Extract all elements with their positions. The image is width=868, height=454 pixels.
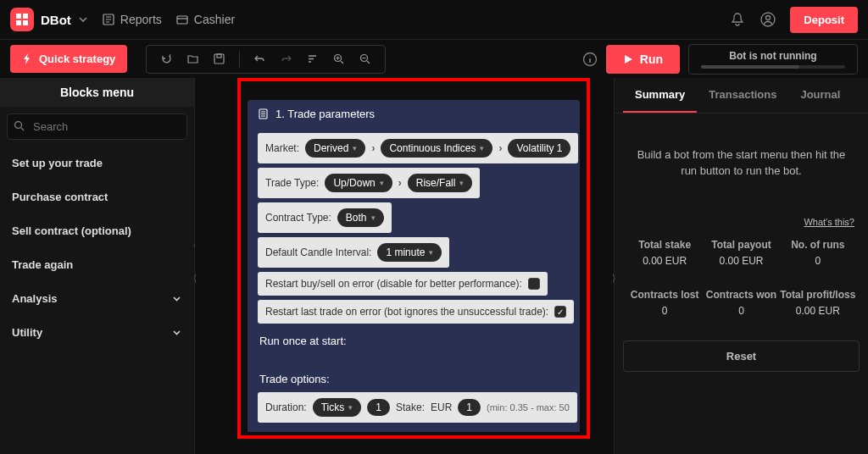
zoom-in-icon[interactable]: [327, 53, 350, 65]
clipboard-icon: [258, 108, 269, 119]
chevron-down-icon: ▾: [380, 179, 384, 187]
run-button[interactable]: Run: [606, 45, 680, 74]
svg-rect-2: [16, 20, 21, 25]
contract-type-select[interactable]: Both▾: [337, 208, 384, 227]
svg-point-13: [15, 122, 22, 129]
quick-strategy-button[interactable]: Quick strategy: [10, 45, 127, 73]
chevron-down-icon: [171, 327, 182, 338]
summary-hint: Build a bot from the start menu then hit…: [615, 114, 868, 213]
nav-label: Reports: [120, 13, 162, 26]
checkbox-checked[interactable]: ✓: [554, 306, 566, 318]
market-select[interactable]: Derived▾: [305, 139, 365, 158]
canvas-nav-right[interactable]: ⟩: [612, 273, 615, 284]
chevron-down-icon: ▾: [480, 144, 484, 152]
stake-hint: (min: 0.35 - max: 50: [487, 402, 570, 412]
submarket-select[interactable]: Continuous Indices▾: [381, 139, 492, 158]
deposit-button[interactable]: Deposit: [790, 7, 858, 33]
trade-category-select[interactable]: Up/Down▾: [325, 174, 392, 192]
canvas-nav-left[interactable]: ⟨: [193, 273, 197, 284]
field-label: Trade Type:: [265, 177, 319, 189]
block-trade-parameters[interactable]: 1. Trade parameters Market: Derived▾ › C…: [248, 100, 580, 432]
sidebar-item-label: Purchase contract: [12, 191, 108, 203]
tab-transactions[interactable]: Transactions: [697, 78, 788, 113]
nav-cashier[interactable]: Cashier: [175, 13, 235, 26]
reset-icon[interactable]: [155, 53, 178, 65]
sidebar-item-setup-trade[interactable]: Set up your trade: [0, 147, 194, 180]
whats-this-link[interactable]: What's this?: [626, 213, 856, 230]
info-icon[interactable]: [582, 52, 598, 67]
stat-label: Contracts lost: [626, 289, 703, 301]
block-canvas[interactable]: ⟨ ⟩ 1. Trade parameters Market: Derived▾…: [195, 78, 614, 454]
block-header[interactable]: 1. Trade parameters: [248, 100, 580, 128]
separator: ›: [398, 177, 402, 189]
restart-buysell-row[interactable]: Restart buy/sell on error (disable for b…: [258, 272, 548, 296]
nav-reports[interactable]: Reports: [102, 13, 162, 26]
folder-open-icon[interactable]: [181, 53, 204, 65]
symbol-select[interactable]: Volatility 1: [508, 139, 570, 158]
nav-label: Cashier: [194, 13, 235, 26]
sidebar-item-purchase[interactable]: Purchase contract: [0, 180, 194, 214]
lightning-icon: [22, 53, 33, 64]
chevron-down-icon: [78, 14, 88, 25]
sidebar-item-label: Analysis: [12, 292, 57, 305]
svg-rect-3: [23, 20, 28, 25]
chevron-down-icon: ▾: [429, 248, 433, 257]
sidebar-item-label: Sell contract (optional): [12, 224, 131, 237]
account-icon[interactable]: [760, 11, 776, 28]
button-label: Quick strategy: [39, 53, 115, 65]
duration-stake-row[interactable]: Duration: Ticks▾ 1 Stake: EUR 1 (min: 0.…: [258, 392, 577, 423]
sort-icon[interactable]: [301, 53, 324, 65]
duration-unit-select[interactable]: Ticks▾: [313, 398, 362, 417]
field-label: Contract Type:: [265, 212, 331, 224]
sidebar-item-label: Utility: [12, 326, 42, 339]
button-label: Run: [640, 53, 663, 66]
save-icon[interactable]: [208, 53, 231, 65]
undo-icon[interactable]: [248, 53, 271, 65]
duration-value[interactable]: 1: [367, 399, 390, 416]
candle-select[interactable]: 1 minute▾: [377, 243, 442, 262]
brand-switcher[interactable]: DBot: [10, 8, 88, 31]
stat-value: 0.00 EUR: [626, 255, 703, 267]
toolbar-group: [146, 45, 386, 74]
stat-value: 0: [703, 305, 779, 317]
restart-last-row[interactable]: Restart last trade on error (bot ignores…: [258, 300, 574, 324]
tab-summary[interactable]: Summary: [623, 78, 697, 113]
block-title: 1. Trade parameters: [275, 108, 375, 120]
right-panel: Summary Transactions Journal Build a bot…: [614, 78, 868, 454]
svg-rect-0: [16, 14, 21, 19]
checkbox[interactable]: [528, 278, 540, 290]
play-icon: [623, 54, 633, 64]
sidebar-item-utility[interactable]: Utility: [0, 316, 194, 350]
trade-type-select[interactable]: Rise/Fall▾: [408, 174, 473, 192]
candle-interval-row[interactable]: Default Candle Interval: 1 minute▾: [258, 237, 449, 268]
notifications-icon[interactable]: [729, 11, 746, 28]
zoom-out-icon[interactable]: [353, 53, 376, 65]
field-label: Restart buy/sell on error (disable for b…: [265, 278, 522, 290]
contract-type-row[interactable]: Contract Type: Both▾: [258, 202, 392, 233]
sidebar-item-sell[interactable]: Sell contract (optional): [0, 214, 194, 248]
stake-value[interactable]: 1: [458, 399, 481, 416]
sidebar-item-analysis[interactable]: Analysis: [0, 282, 194, 316]
svg-rect-9: [217, 54, 221, 58]
stake-label: Stake:: [396, 401, 425, 413]
market-row[interactable]: Market: Derived▾ › Continuous Indices▾ ›…: [258, 133, 578, 163]
chevron-down-icon: ▾: [348, 403, 353, 412]
stat-label: Total payout: [703, 239, 779, 251]
redo-icon[interactable]: [275, 53, 298, 65]
tab-journal[interactable]: Journal: [788, 78, 852, 113]
run-once-label: Run once at start:: [258, 328, 580, 354]
search-input[interactable]: [7, 114, 187, 140]
reports-icon: [102, 13, 115, 26]
separator: ›: [371, 142, 375, 154]
stat-value: 0.00 EUR: [703, 255, 779, 267]
chevron-down-icon: ▾: [459, 179, 464, 187]
stat-label: Total profit/loss: [780, 289, 856, 301]
sidebar-item-trade-again[interactable]: Trade again: [0, 248, 194, 282]
chevron-down-icon: ▾: [353, 144, 357, 152]
reset-button[interactable]: Reset: [623, 340, 860, 372]
sidebar-item-label: Set up your trade: [12, 157, 103, 169]
progress-bar: [701, 65, 845, 69]
duration-label: Duration:: [265, 401, 307, 413]
stat-value: 0.00 EUR: [780, 305, 856, 317]
trade-type-row[interactable]: Trade Type: Up/Down▾ › Rise/Fall▾: [258, 168, 480, 198]
